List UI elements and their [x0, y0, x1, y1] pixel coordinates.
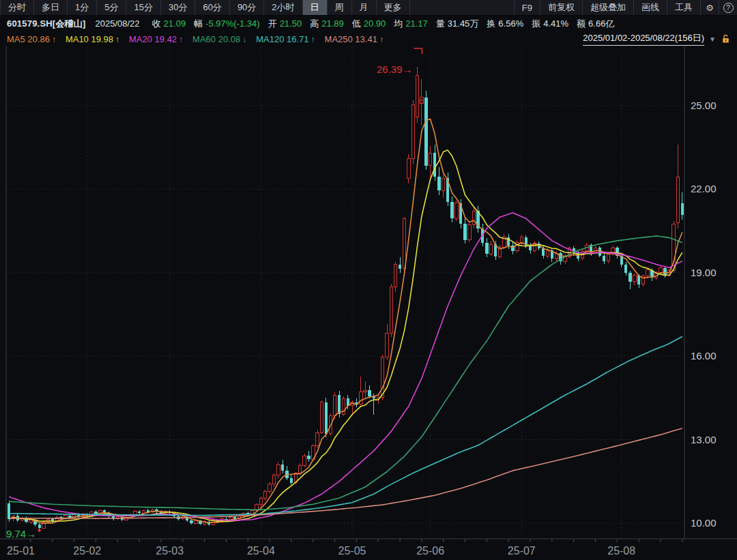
- svg-text:19.00: 19.00: [691, 267, 717, 278]
- quote-field-label: 振: [532, 18, 540, 29]
- low-annotation: 9.74→: [6, 528, 41, 540]
- svg-text:25.00: 25.00: [691, 100, 717, 111]
- ma-legend-item: MA60 20.08↓: [192, 34, 246, 44]
- svg-text:13.00: 13.00: [691, 434, 717, 445]
- ma-trend-arrow-icon: ↑: [52, 35, 56, 44]
- quote-field: 开21.50: [268, 18, 302, 30]
- quote-field: 低20.90: [352, 18, 386, 30]
- symbol-label: 601579.SH[会稽山]: [7, 18, 86, 30]
- quote-field-value: 20.90: [364, 18, 386, 29]
- ma10-line: [9, 150, 682, 522]
- help-icon[interactable]: ?: [719, 0, 737, 15]
- high-annotation: 26.39→: [377, 48, 422, 75]
- x-axis-ticks: [31, 539, 682, 542]
- svg-text:9.74→: 9.74→: [6, 528, 36, 540]
- low-point-dot: [38, 529, 41, 531]
- ma-trend-arrow-icon: ↑: [179, 35, 183, 44]
- x-axis-labels: 25-0125-0225-0325-0425-0525-0625-0725-08: [7, 545, 635, 557]
- period-tab[interactable]: 日: [303, 0, 328, 15]
- ma-bar: MA5 20.86↑MA10 19.98↑MA20 19.42↑MA60 20.…: [0, 31, 737, 46]
- ma-trend-arrow-icon: ↓: [242, 35, 246, 44]
- toolbar-button[interactable]: 前复权: [540, 0, 582, 15]
- ma-trend-arrow-icon: ↑: [379, 35, 384, 44]
- quote-field-label: 低: [352, 18, 361, 29]
- period-tab[interactable]: 5分: [97, 0, 126, 15]
- ma-trend-arrow-icon: ↑: [115, 35, 119, 44]
- period-tab[interactable]: 30分: [161, 0, 195, 15]
- svg-text:25-06: 25-06: [416, 545, 444, 557]
- toolbar-button[interactable]: 超级叠加: [582, 0, 633, 15]
- range-controls: 2025/01/02-2025/08/22(156日) ▼: [583, 32, 730, 46]
- lock-icon-glyph: [721, 34, 730, 44]
- quote-field: 量31.45万: [436, 18, 479, 30]
- quote-field-value: 6.66亿: [588, 18, 614, 29]
- quote-field-label: 开: [268, 18, 277, 29]
- quote-field: 均21.17: [394, 18, 428, 30]
- quote-field-label: 幅: [194, 18, 203, 29]
- date-range-selector[interactable]: 2025/01/02-2025/08/22(156日): [583, 32, 704, 46]
- ma-legend-item: MA10 19.98↑: [66, 34, 119, 44]
- svg-text:25-02: 25-02: [73, 545, 101, 557]
- ma-label: MA20 19.42: [129, 34, 177, 44]
- svg-text:22.00: 22.00: [691, 183, 717, 194]
- quote-field-value: 21.50: [280, 18, 302, 29]
- toolbar-tools: F9前复权超级叠加画线工具 ⚙ ?: [514, 0, 737, 15]
- quote-field-value: 21.09: [164, 18, 186, 29]
- period-tab[interactable]: 月: [352, 0, 377, 15]
- axis-frame: [0, 46, 737, 539]
- candlestick-chart[interactable]: 26.39→ 9.74→ 25.0022.0019.0016.0013.0010…: [0, 46, 737, 560]
- ma250-line: [9, 428, 682, 518]
- quote-field-value: 21.17: [405, 18, 428, 29]
- period-tab[interactable]: 90分: [230, 0, 264, 15]
- toolbar-button[interactable]: 工具: [667, 0, 700, 15]
- quote-field: 振4.41%: [532, 18, 568, 30]
- quote-field-value: 6.56%: [498, 18, 523, 29]
- period-tab[interactable]: 更多: [377, 0, 410, 15]
- quote-field: 高21.89: [310, 18, 344, 30]
- ma-legend-item: MA250 13.41↑: [325, 34, 384, 44]
- svg-text:25-04: 25-04: [247, 545, 275, 557]
- quote-field-value: -5.97%(-1.34): [205, 18, 259, 29]
- high-bracket-mark: [414, 48, 422, 54]
- toolbar-button[interactable]: 画线: [633, 0, 667, 15]
- quote-field-value: 21.89: [321, 18, 344, 29]
- toolbar-button[interactable]: F9: [514, 0, 540, 15]
- chevron-down-icon[interactable]: ▼: [709, 35, 716, 43]
- toolbar-buttons: F9前复权超级叠加画线工具: [514, 0, 700, 15]
- period-tab[interactable]: 分时: [0, 0, 34, 15]
- stock-chart-window: { "toolbar": { "tabs": ["分时","多日","1分","…: [0, 0, 737, 560]
- period-tab[interactable]: 2小时: [264, 0, 302, 15]
- period-tabs: 分时多日1分5分15分30分60分90分2小时日周月更多: [0, 0, 410, 15]
- ma5-line: [9, 119, 682, 524]
- svg-text:25-03: 25-03: [156, 545, 184, 557]
- svg-text:16.00: 16.00: [691, 350, 717, 362]
- chart-area: 26.39→ 9.74→ 25.0022.0019.0016.0013.0010…: [0, 46, 737, 560]
- period-tab[interactable]: 周: [328, 0, 352, 15]
- ma60-line: [9, 236, 682, 510]
- ma-label: MA60 20.08: [192, 34, 240, 44]
- svg-text:10.00: 10.00: [691, 517, 717, 529]
- quote-field: 幅-5.97%(-1.34): [194, 18, 259, 30]
- period-tab[interactable]: 1分: [68, 0, 97, 15]
- svg-text:26.39→: 26.39→: [377, 63, 413, 75]
- quote-field-label: 高: [310, 18, 319, 29]
- help-icon-glyph: ?: [723, 3, 734, 13]
- svg-text:25-05: 25-05: [338, 545, 366, 557]
- svg-text:25-07: 25-07: [508, 545, 536, 557]
- lock-icon[interactable]: [721, 34, 730, 44]
- quote-field: 收21.09: [152, 18, 186, 30]
- grid-horizontal: [6, 106, 684, 523]
- ma-trend-arrow-icon: ↑: [311, 35, 315, 44]
- ma-label: MA10 19.98: [66, 34, 113, 44]
- quote-field-label: 均: [394, 18, 403, 29]
- period-tab[interactable]: 15分: [126, 0, 160, 15]
- quote-field-value: 31.45万: [448, 18, 479, 29]
- quote-field-label: 换: [487, 18, 495, 29]
- period-tab[interactable]: 60分: [195, 0, 229, 15]
- candle-series: [8, 67, 684, 530]
- period-tab[interactable]: 多日: [34, 0, 68, 15]
- quote-field-value: 4.41%: [543, 18, 568, 29]
- ma-legend-item: MA20 19.42↑: [129, 34, 183, 44]
- quote-field-label: 量: [436, 18, 445, 29]
- gear-icon[interactable]: ⚙: [700, 0, 719, 15]
